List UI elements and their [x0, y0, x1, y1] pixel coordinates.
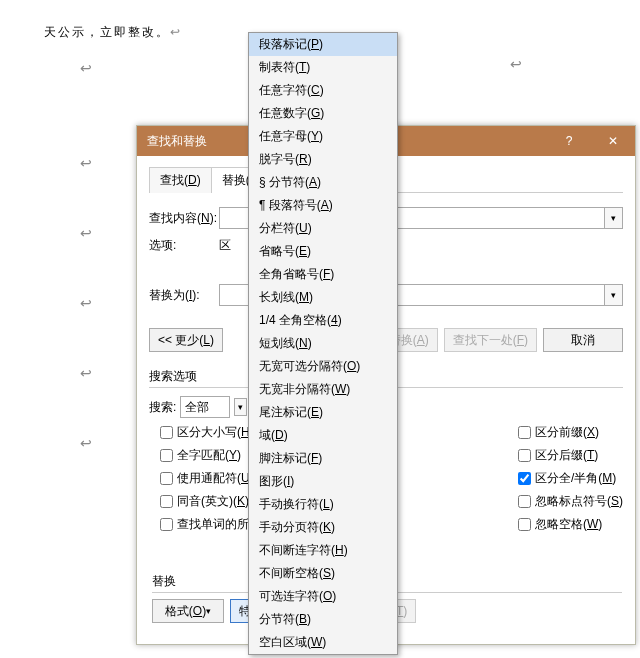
checkbox[interactable] [518, 426, 531, 439]
format-button[interactable]: 格式(O) ▾ [152, 599, 224, 623]
find-next-button[interactable]: 查找下一处(F) [444, 328, 537, 352]
checkbox-option[interactable]: 查找单词的所 [160, 516, 254, 533]
menu-item[interactable]: 无宽非分隔符(W) [249, 378, 397, 401]
tab-find[interactable]: 查找(D) [149, 167, 212, 193]
menu-item[interactable]: 可选连字符(O) [249, 585, 397, 608]
checkbox[interactable] [160, 426, 173, 439]
menu-item[interactable]: 手动分页符(K) [249, 516, 397, 539]
menu-item[interactable]: 手动换行符(L) [249, 493, 397, 516]
less-button[interactable]: << 更少(L) [149, 328, 223, 352]
left-check-group: 区分大小写(H)全字匹配(Y)使用通配符(U)同音(英文)(K)查找单词的所 [160, 418, 254, 533]
checkbox-option[interactable]: 区分全/半角(M) [518, 470, 623, 487]
checkbox-option[interactable]: 使用通配符(U) [160, 470, 254, 487]
menu-item[interactable]: 全角省略号(F) [249, 263, 397, 286]
checkbox[interactable] [518, 472, 531, 485]
checkbox[interactable] [518, 449, 531, 462]
menu-item[interactable]: 空白区域(W) [249, 631, 397, 654]
checkbox-option[interactable]: 同音(英文)(K) [160, 493, 254, 510]
replace-label: 替换为(I): [149, 287, 219, 304]
menu-item[interactable]: ¶ 段落符号(A) [249, 194, 397, 217]
checkbox[interactable] [160, 518, 173, 531]
menu-item[interactable]: 不间断空格(S) [249, 562, 397, 585]
menu-item[interactable]: 尾注标记(E) [249, 401, 397, 424]
menu-item[interactable]: 长划线(M) [249, 286, 397, 309]
menu-item[interactable]: 图形(I) [249, 470, 397, 493]
menu-item[interactable]: 段落标记(P) [249, 33, 397, 56]
menu-item[interactable]: 1/4 全角空格(4) [249, 309, 397, 332]
replace-dropdown[interactable]: ▾ [605, 284, 623, 306]
checkbox-option[interactable]: 忽略空格(W) [518, 516, 623, 533]
menu-item[interactable]: 任意字母(Y) [249, 125, 397, 148]
menu-item[interactable]: 任意数字(G) [249, 102, 397, 125]
checkbox-option[interactable]: 区分前缀(X) [518, 424, 623, 441]
menu-item[interactable]: 省略号(E) [249, 240, 397, 263]
help-button[interactable]: ? [547, 126, 591, 156]
checkbox[interactable] [160, 495, 173, 508]
menu-item[interactable]: 不间断连字符(H) [249, 539, 397, 562]
special-format-menu: 段落标记(P)制表符(T)任意字符(C)任意数字(G)任意字母(Y)脱字号(R)… [248, 32, 398, 655]
document-text: 天公示，立即整改。↩ [44, 22, 182, 41]
cancel-button[interactable]: 取消 [543, 328, 623, 352]
menu-item[interactable]: 脚注标记(F) [249, 447, 397, 470]
menu-item[interactable]: 任意字符(C) [249, 79, 397, 102]
checkbox[interactable] [518, 495, 531, 508]
menu-item[interactable]: 无宽可选分隔符(O) [249, 355, 397, 378]
menu-item[interactable]: 脱字号(R) [249, 148, 397, 171]
menu-item[interactable]: 制表符(T) [249, 56, 397, 79]
checkbox[interactable] [160, 472, 173, 485]
find-label: 查找内容(N): [149, 210, 219, 227]
checkbox[interactable] [160, 449, 173, 462]
menu-item[interactable]: § 分节符(A) [249, 171, 397, 194]
checkbox-option[interactable]: 区分大小写(H) [160, 424, 254, 441]
menu-item[interactable]: 分栏符(U) [249, 217, 397, 240]
menu-item[interactable]: 短划线(N) [249, 332, 397, 355]
menu-item[interactable]: 域(D) [249, 424, 397, 447]
search-direction[interactable] [180, 396, 230, 418]
right-check-group: 区分前缀(X)区分后缀(T)区分全/半角(M)忽略标点符号(S)忽略空格(W) [518, 418, 623, 533]
find-dropdown[interactable]: ▾ [605, 207, 623, 229]
menu-item[interactable]: 分节符(B) [249, 608, 397, 631]
checkbox-option[interactable]: 全字匹配(Y) [160, 447, 254, 464]
checkbox-option[interactable]: 忽略标点符号(S) [518, 493, 623, 510]
search-direction-dropdown[interactable]: ▾ [234, 398, 247, 416]
checkbox-option[interactable]: 区分后缀(T) [518, 447, 623, 464]
checkbox[interactable] [518, 518, 531, 531]
search-label: 搜索: [149, 399, 176, 416]
options-label: 选项: [149, 237, 219, 254]
options-value: 区 [219, 237, 231, 254]
close-button[interactable]: ✕ [591, 126, 635, 156]
